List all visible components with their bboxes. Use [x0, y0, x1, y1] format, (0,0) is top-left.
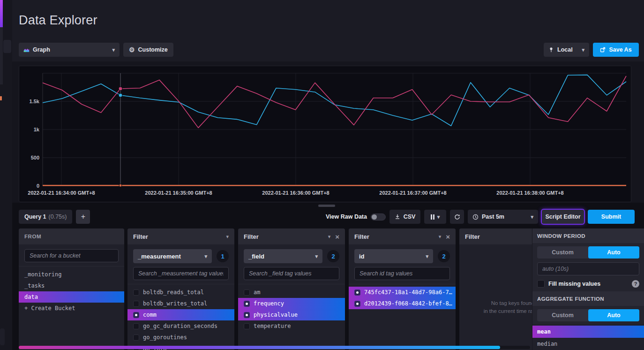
nav-notification-dot [0, 96, 2, 100]
tag-value-item[interactable]: d2012439-f068-4842-bfef-8… [349, 298, 456, 309]
pause-icon [431, 214, 434, 220]
filter-panel-title: Filter [465, 233, 480, 240]
tag-value-item[interactable]: temperature [238, 320, 345, 332]
window-custom-option[interactable]: Custom [537, 246, 588, 259]
x-axis-tick-label: 2022-01-21 16:38:00 GMT+8 [496, 190, 563, 196]
aggregate-mode-toggle: Custom Auto [537, 309, 639, 321]
tag-value-label: boltdb_reads_total [143, 289, 204, 296]
nav-bottom-fragment [0, 328, 5, 345]
tag-key-dropdown[interactable]: _measurement▾ [133, 249, 212, 263]
tag-value-item[interactable]: 745fc437-18a1-48d7-98a6-7… [349, 287, 456, 298]
tag-value-item[interactable]: boltdb_writes_total [127, 298, 234, 309]
graph-type-label: Graph [33, 46, 50, 53]
chevron-down-icon[interactable]: ▾ [328, 234, 331, 240]
query-builder: FROM _monitoring_tasksdata+ Create Bucke… [19, 228, 644, 350]
aggregate-function-item[interactable]: median [532, 338, 644, 350]
aggregate-function-header: AGGREGATE FUNCTION [532, 291, 644, 306]
tag-value-item[interactable]: go_gc_duration_seconds [127, 320, 234, 332]
horizontal-scrollbar[interactable] [19, 346, 530, 349]
pause-button[interactable]: ▾ [424, 210, 446, 224]
window-aggregate-panel: WINDOW PERIOD Custom Auto Fill missing v… [532, 228, 644, 350]
tag-key-dropdown[interactable]: id▾ [354, 249, 433, 263]
script-editor-button[interactable]: Script Editor [542, 210, 584, 224]
bucket-item[interactable]: _tasks [19, 280, 124, 291]
tag-value-item[interactable]: boltdb_reads_total [127, 287, 234, 298]
fill-missing-values-checkbox[interactable] [537, 280, 545, 288]
time-range-label: Past 5m [482, 213, 504, 220]
filter-panel-id: Filter▾×id▾2745fc437-18a1-48d7-98a6-7…d2… [349, 228, 456, 350]
tag-value-list: amfrequencyphysicalvaluetemperature [238, 284, 345, 350]
bucket-item[interactable]: data [19, 291, 124, 303]
csv-download-button[interactable]: CSV [389, 210, 420, 224]
save-as-button[interactable]: Save As [593, 43, 639, 57]
chevron-down-icon[interactable]: ▾ [226, 234, 229, 240]
window-period-mode-row: Custom Auto [532, 243, 644, 261]
from-panel-header: FROM [19, 228, 124, 244]
tag-value-item[interactable]: go_goroutines [127, 332, 234, 343]
from-panel: FROM _monitoring_tasksdata+ Create Bucke… [19, 228, 124, 350]
customize-button[interactable]: ⚙ Customize [123, 43, 173, 57]
tag-value-item[interactable]: comm [127, 309, 234, 320]
checkbox [354, 289, 360, 296]
window-auto-option[interactable]: Auto [588, 246, 639, 259]
orange-series-hover-dot [119, 184, 122, 187]
checkbox-dot [356, 291, 359, 294]
y-axis-tick-label: 1.5k [30, 99, 40, 104]
refresh-button[interactable] [450, 210, 464, 224]
add-query-button[interactable]: + [76, 210, 90, 224]
aggregate-function-item[interactable]: mean [532, 326, 644, 338]
bucket-item[interactable]: _monitoring [19, 269, 124, 280]
checkbox-dot [246, 303, 248, 305]
query-tab[interactable]: Query 1 (0.75s) [19, 210, 72, 224]
aggregate-auto-option[interactable]: Auto [588, 309, 639, 321]
tag-value-label: am [254, 289, 260, 296]
graph-type-dropdown[interactable]: Graph ▾ [19, 43, 120, 57]
checkbox [133, 323, 139, 329]
create-bucket-button[interactable]: + Create Bucket [19, 303, 124, 314]
tag-value-item[interactable]: frequency [238, 298, 345, 309]
help-icon[interactable]: ? [632, 280, 639, 288]
aggregate-mode-row: Custom Auto [532, 306, 644, 324]
checkbox [244, 323, 250, 329]
time-series-chart[interactable]: 2022-01-21 16:34:00 GMT+82022-01-21 16:3… [19, 66, 631, 202]
filter-panel-header: Filter▾× [238, 228, 345, 244]
checkbox [244, 289, 250, 296]
chevron-down-icon[interactable]: ▾ [439, 234, 442, 240]
view-raw-data-toggle[interactable] [371, 213, 386, 221]
tag-value-search-input[interactable] [133, 267, 229, 280]
time-series-chart-card: 2022-01-21 16:34:00 GMT+82022-01-21 16:3… [19, 66, 631, 202]
checkbox [133, 289, 139, 296]
gear-icon: ⚙ [129, 46, 135, 53]
tag-value-item[interactable]: physicalvalue [238, 309, 345, 320]
close-icon[interactable]: × [335, 233, 339, 240]
window-period-input[interactable] [537, 262, 639, 275]
scrollbar-thumb[interactable] [19, 346, 500, 349]
panel-resize-handle[interactable] [318, 205, 335, 207]
filter-panel-header: Filter▾× [349, 228, 456, 244]
data-explorer-screen: Data Explorer Graph ▾ ⚙ Customize Local … [0, 0, 644, 350]
toggle-knob [372, 214, 377, 220]
aggregate-custom-option[interactable]: Custom [537, 309, 588, 321]
selected-count-badge: 2 [327, 250, 339, 262]
refresh-icon [454, 214, 460, 220]
bucket-search-input[interactable] [24, 249, 119, 262]
save-as-label: Save As [609, 46, 631, 53]
tag-value-item[interactable]: am [238, 287, 345, 298]
tag-value-search-input[interactable] [354, 267, 450, 280]
time-range-dropdown[interactable]: Past 5m ▾ [468, 210, 538, 224]
nav-item-fragment[interactable] [3, 40, 11, 53]
close-icon[interactable]: × [446, 233, 450, 240]
tag-value-label: temperature [254, 323, 291, 329]
tag-value-search-input[interactable] [244, 267, 339, 280]
chevron-down-icon: ▾ [112, 47, 115, 53]
submit-button[interactable]: Submit [588, 210, 635, 224]
visualization-controls: Graph ▾ ⚙ Customize Local ▾ Save As [19, 43, 639, 57]
y-axis-tick-label: 1k [34, 127, 40, 132]
checkbox [244, 301, 250, 307]
tag-key-dropdown[interactable]: _field▾ [244, 249, 322, 263]
x-axis-tick-label: 2022-01-21 16:34:00 GMT+8 [28, 190, 95, 196]
scope-dropdown[interactable]: Local ▾ [544, 43, 589, 57]
checkbox-dot [356, 303, 359, 305]
tag-value-list: boltdb_reads_totalboltdb_writes_totalcom… [127, 284, 234, 350]
from-panel-body [19, 244, 124, 266]
